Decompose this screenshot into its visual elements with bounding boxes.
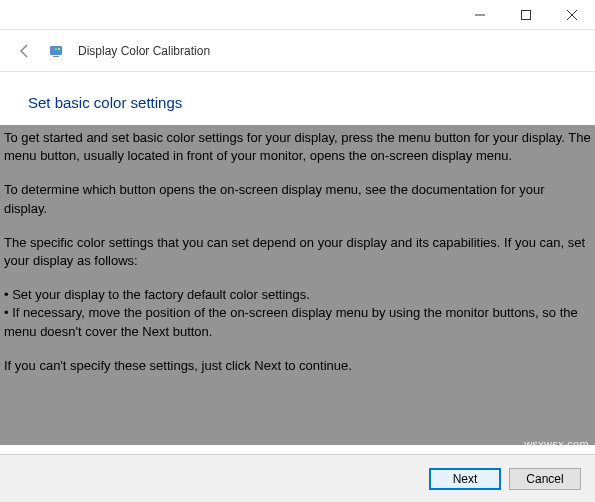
close-button[interactable] (549, 0, 595, 30)
instruction-paragraph: To determine which button opens the on-s… (4, 181, 591, 217)
svg-point-8 (58, 48, 60, 50)
cancel-button[interactable]: Cancel (509, 468, 581, 490)
minimize-button[interactable] (457, 0, 503, 30)
watermark-text: wsxwsx.com (524, 438, 589, 450)
footer-bar: Next Cancel (0, 454, 595, 502)
page-heading: Set basic color settings (0, 94, 595, 125)
svg-point-7 (55, 48, 57, 50)
window-title: Display Color Calibration (78, 44, 210, 58)
instruction-bullet: • If necessary, move the position of the… (4, 304, 591, 340)
svg-rect-1 (522, 10, 531, 19)
instruction-paragraph: To get started and set basic color setti… (4, 129, 591, 165)
maximize-button[interactable] (503, 0, 549, 30)
content-area: Set basic color settings To get started … (0, 72, 595, 445)
svg-rect-5 (53, 56, 59, 57)
svg-point-6 (52, 48, 54, 50)
app-icon (48, 43, 64, 59)
next-button[interactable]: Next (429, 468, 501, 490)
instruction-bullet: • Set your display to the factory defaul… (4, 286, 591, 304)
back-button[interactable] (16, 42, 34, 60)
svg-rect-4 (50, 46, 62, 55)
titlebar (0, 0, 595, 30)
instruction-paragraph: If you can't specify these settings, jus… (4, 357, 591, 375)
header-bar: Display Color Calibration (0, 30, 595, 72)
instructions-panel: To get started and set basic color setti… (0, 125, 595, 445)
instruction-paragraph: The specific color settings that you can… (4, 234, 591, 270)
